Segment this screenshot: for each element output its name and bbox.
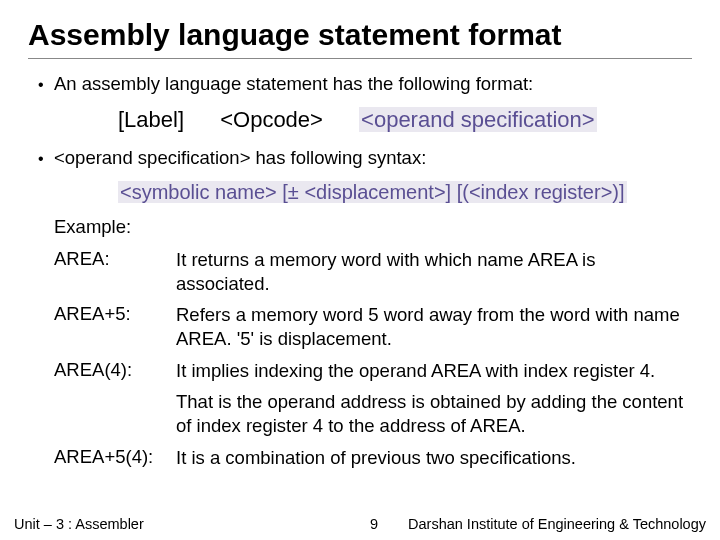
example-desc: It implies indexing the operand AREA wit… [176,359,692,383]
table-row: AREA+5: Refers a memory word 5 word away… [54,303,692,350]
table-row: AREA+5(4): It is a combination of previo… [54,446,692,470]
bullet-1: • An assembly language statement has the… [38,73,692,97]
example-desc: It is a combination of previous two spec… [176,446,692,470]
example-desc: It returns a memory word with which name… [176,248,692,295]
example-key: AREA+5: [54,303,176,350]
examples-table: AREA: It returns a memory word with whic… [54,248,692,469]
example-key: AREA+5(4): [54,446,176,470]
example-desc: That is the operand address is obtained … [176,390,692,437]
table-row: That is the operand address is obtained … [54,390,692,437]
bullet-1-text: An assembly language statement has the f… [54,73,692,95]
footer-left: Unit – 3 : Assembler [14,516,144,532]
footer-page: 9 [370,516,378,532]
slide-footer: Unit – 3 : Assembler 9 Darshan Institute… [0,508,720,540]
syntax-line: <symbolic name> [± <displacement>] [(<in… [118,181,692,204]
example-heading: Example: [54,216,692,238]
slide-title: Assembly language statement format [28,18,692,59]
example-desc: Refers a memory word 5 word away from th… [176,303,692,350]
format-operand: <operand specification> [359,107,597,132]
footer-right: Darshan Institute of Engineering & Techn… [408,516,706,532]
example-key: AREA(4): [54,359,176,383]
table-row: AREA: It returns a memory word with whic… [54,248,692,295]
bullet-2: • <operand specification> has following … [38,147,692,171]
format-opcode: <Opcode> [220,107,323,132]
bullet-2-text: <operand specification> has following sy… [54,147,692,169]
format-label: [Label] [118,107,184,132]
example-key [54,390,176,437]
slide-body: Assembly language statement format • An … [0,0,720,469]
table-row: AREA(4): It implies indexing the operand… [54,359,692,383]
format-line: [Label] <Opcode> <operand specification> [118,107,692,133]
syntax-text: <symbolic name> [± <displacement>] [(<in… [118,181,627,203]
bullet-icon: • [38,73,54,97]
example-key: AREA: [54,248,176,295]
bullet-icon: • [38,147,54,171]
